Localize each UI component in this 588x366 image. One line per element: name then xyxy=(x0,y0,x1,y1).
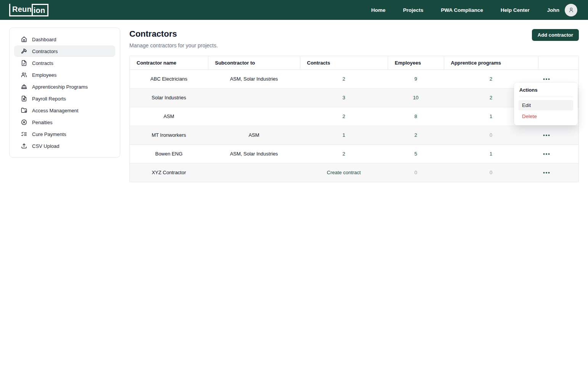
contracts-cell: 2 xyxy=(300,144,388,163)
subcontractor-to-value: ASM, Solar Industries xyxy=(230,151,278,157)
nav-link-home[interactable]: Home xyxy=(371,7,386,13)
top-nav-links: Home Projects PWA Compliance Help Center xyxy=(371,7,530,13)
employees-value[interactable]: 2 xyxy=(414,132,417,138)
sidebar-item-access-management[interactable]: Access Management xyxy=(14,105,115,116)
sidebar-menu: DashboardContractorsContractsEmployeesAp… xyxy=(10,34,120,152)
main-content: Contractors Manage contractors for your … xyxy=(129,29,579,182)
subcontractor-to-cell: ASM, Solar Industries xyxy=(208,144,300,163)
actions-menu-item-delete[interactable]: Delete xyxy=(519,111,573,121)
contracts-cell: 1 xyxy=(300,126,388,144)
contractor-name-value: Bowen ENG xyxy=(155,151,183,157)
contracts-value[interactable]: Create contract xyxy=(327,170,361,175)
employees-cell: 8 xyxy=(388,107,444,126)
username-label: John xyxy=(547,7,559,13)
column-header-apprentice-programs: Apprentice programs xyxy=(444,56,538,70)
contractor-name-cell: ASM xyxy=(130,107,208,126)
avatar[interactable] xyxy=(565,4,577,16)
apprentice-programs-value[interactable]: 1 xyxy=(490,151,492,157)
sidebar-item-label: Employees xyxy=(32,72,56,78)
user-menu[interactable]: John xyxy=(547,4,577,16)
sidebar-item-apprenticeship-programs[interactable]: Apprenticeship Programs xyxy=(14,81,115,92)
more-actions-icon[interactable]: ••• xyxy=(543,132,551,138)
sidebar-item-label: Access Management xyxy=(32,108,78,113)
more-actions-icon[interactable]: ••• xyxy=(543,151,551,157)
contracts-cell: 2 xyxy=(300,107,388,126)
sidebar-item-label: Contractors xyxy=(32,49,58,54)
sidebar-item-employees[interactable]: Employees xyxy=(14,69,115,81)
sidebar-item-label: Cure Payments xyxy=(32,131,66,137)
contractors-table-body: ABC ElectriciansASM, Solar Industries292… xyxy=(130,70,578,182)
logo-text-right: ion xyxy=(32,4,49,16)
table-row: Bowen ENGASM, Solar Industries251••• xyxy=(130,144,578,163)
contractor-name-cell: Bowen ENG xyxy=(130,144,208,163)
apprentice-programs-value: 0 xyxy=(490,170,492,175)
contracts-cell: 2 xyxy=(300,70,388,88)
contracts-value[interactable]: 3 xyxy=(342,95,345,100)
contractor-name-value: MT Ironworkers xyxy=(151,132,186,138)
table-row: MT IronworkersASM120••• xyxy=(130,126,578,144)
sidebar-item-cure-payments[interactable]: Cure Payments xyxy=(14,128,115,140)
actions-menu-title: Actions xyxy=(519,86,573,97)
nav-link-pwa-compliance[interactable]: PWA Compliance xyxy=(441,7,483,13)
more-actions-icon[interactable]: ••• xyxy=(543,76,551,82)
sidebar-item-penalties[interactable]: Penalties xyxy=(14,117,115,128)
table-row: ASM281••• xyxy=(130,107,578,126)
column-header-contracts: Contracts xyxy=(300,56,388,70)
actions-menu: Actions EditDelete xyxy=(514,83,578,125)
contracts-value[interactable]: 2 xyxy=(342,151,345,157)
column-header-actions xyxy=(538,56,578,70)
row-actions-cell: ••• xyxy=(538,126,578,144)
more-actions-icon[interactable]: ••• xyxy=(543,170,551,175)
subcontractor-to-value: ASM, Solar Industries xyxy=(230,76,278,82)
nav-link-projects[interactable]: Projects xyxy=(403,7,423,13)
sidebar-item-dashboard[interactable]: Dashboard xyxy=(14,34,115,45)
apprentice-programs-value[interactable]: 1 xyxy=(490,113,492,119)
folder-lock-icon xyxy=(21,107,27,113)
subcontractor-to-value: ASM xyxy=(248,132,259,138)
employees-value[interactable]: 10 xyxy=(413,95,418,100)
contractor-name-cell: MT Ironworkers xyxy=(130,126,208,144)
employees-value[interactable]: 9 xyxy=(414,76,417,82)
column-header-contractor-name: Contractor name xyxy=(130,56,208,70)
page-subtitle: Manage contractors for your projects. xyxy=(129,42,218,49)
x-circle-icon xyxy=(21,119,27,125)
sidebar-item-payroll-reports[interactable]: Payroll Reports xyxy=(14,93,115,104)
employees-value[interactable]: 5 xyxy=(414,151,417,157)
sidebar-item-contractors[interactable]: Contractors xyxy=(14,45,115,57)
table-row: Solar Industries3102••• xyxy=(130,88,578,107)
row-actions-cell: ••• xyxy=(538,163,578,182)
page-header: Contractors Manage contractors for your … xyxy=(129,29,579,49)
apprentice-programs-value[interactable]: 2 xyxy=(490,76,492,82)
subcontractor-to-cell xyxy=(208,107,300,126)
sidebar-item-csv-upload[interactable]: CSV Upload xyxy=(14,140,115,152)
list-checks-icon xyxy=(21,131,27,137)
employees-value[interactable]: 8 xyxy=(414,113,417,119)
employees-cell: 9 xyxy=(388,70,444,88)
contracts-value[interactable]: 1 xyxy=(342,132,345,138)
nav-link-help-center[interactable]: Help Center xyxy=(501,7,530,13)
contracts-value[interactable]: 2 xyxy=(342,76,345,82)
column-header-employees: Employees xyxy=(388,56,444,70)
subcontractor-to-cell xyxy=(208,163,300,182)
add-contractor-button[interactable]: Add contractor xyxy=(532,29,579,41)
employees-value: 0 xyxy=(414,170,417,175)
actions-menu-item-edit[interactable]: Edit xyxy=(519,100,573,110)
table-row: ABC ElectriciansASM, Solar Industries292… xyxy=(130,70,578,88)
apprentice-programs-value: 0 xyxy=(490,132,492,138)
contractor-name-cell: ABC Electricians xyxy=(130,70,208,88)
page-title: Contractors xyxy=(129,29,218,39)
contractor-name-value: XYZ Contractor xyxy=(152,170,186,175)
page-header-text: Contractors Manage contractors for your … xyxy=(129,29,218,49)
contractor-name-value: ASM xyxy=(163,113,174,119)
table-header-row: Contractor nameSubcontractor toContracts… xyxy=(130,56,578,70)
hammer-icon xyxy=(21,48,27,54)
sidebar: DashboardContractorsContractsEmployeesAp… xyxy=(9,28,120,158)
reunion-logo[interactable]: Reun ion xyxy=(9,4,48,16)
employees-cell: 0 xyxy=(388,163,444,182)
hard-hat-icon xyxy=(21,84,27,90)
row-actions-cell: ••• xyxy=(538,144,578,163)
sidebar-item-contracts[interactable]: Contracts xyxy=(14,57,115,69)
contracts-value[interactable]: 2 xyxy=(342,113,345,119)
apprentice-programs-cell: 0 xyxy=(444,163,538,182)
apprentice-programs-value[interactable]: 2 xyxy=(490,95,492,100)
